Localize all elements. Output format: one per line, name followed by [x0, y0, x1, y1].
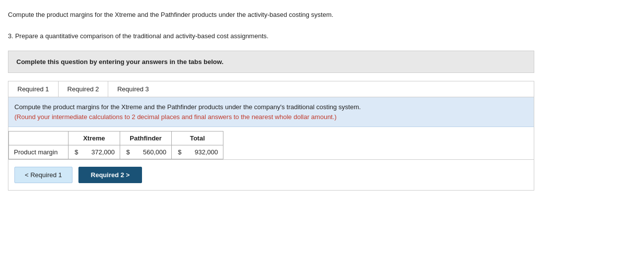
tabs-container: Required 1 Required 2 Required 3 Compute… — [8, 81, 534, 191]
description-note: (Round your intermediate calculations to… — [14, 113, 337, 121]
complete-box: Complete this question by entering your … — [8, 51, 534, 73]
col-header-xtreme: Xtreme — [69, 132, 120, 145]
tabs-row: Required 1 Required 2 Required 3 — [8, 81, 534, 97]
xtreme-value[interactable]: 372,000 — [80, 145, 120, 159]
tab-required-3[interactable]: Required 3 — [108, 81, 158, 97]
col-header-pathfinder: Pathfinder — [120, 132, 172, 145]
row-label: Product margin — [9, 145, 69, 159]
col-header-total: Total — [172, 132, 223, 145]
description-main: Compute the product margins for the Xtre… — [14, 103, 361, 111]
pathfinder-dollar: $ — [120, 145, 132, 159]
product-margin-table: Xtreme Pathfinder Total Product margin $… — [8, 131, 223, 159]
next-button[interactable]: Required 2 > — [78, 167, 142, 183]
xtreme-dollar: $ — [69, 145, 80, 159]
table-wrapper: Xtreme Pathfinder Total Product margin $… — [8, 127, 534, 160]
pathfinder-value[interactable]: 560,000 — [132, 145, 172, 159]
description-box: Compute the product margins for the Xtre… — [8, 97, 534, 127]
total-value[interactable]: 932,000 — [184, 145, 223, 159]
tab-required-1[interactable]: Required 1 — [8, 81, 59, 97]
tab-required-2[interactable]: Required 2 — [59, 81, 109, 97]
col-header-empty — [9, 132, 69, 145]
prev-button[interactable]: < Required 1 — [14, 167, 72, 183]
total-dollar: $ — [172, 145, 184, 159]
tab-content: Compute the product margins for the Xtre… — [8, 97, 534, 190]
intro-line1: Compute the product margins for the Xtre… — [8, 10, 636, 20]
nav-buttons: < Required 1 Required 2 > — [8, 160, 534, 190]
intro-line2: 3. Prepare a quantitative comparison of … — [8, 31, 636, 41]
table-row: Product margin $ 372,000 $ 560,000 $ 932… — [9, 145, 223, 159]
